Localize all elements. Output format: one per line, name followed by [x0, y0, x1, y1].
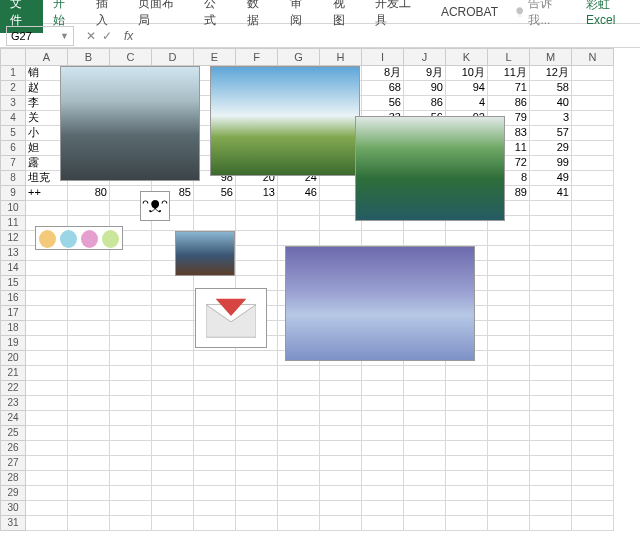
cell[interactable]: [488, 381, 530, 396]
col-header-B[interactable]: B: [68, 48, 110, 66]
cell[interactable]: [404, 411, 446, 426]
cell[interactable]: [236, 471, 278, 486]
cell[interactable]: 56: [362, 96, 404, 111]
cell[interactable]: [194, 471, 236, 486]
cell[interactable]: [68, 366, 110, 381]
row-header[interactable]: 28: [0, 471, 26, 486]
row-header[interactable]: 4: [0, 111, 26, 126]
col-header-I[interactable]: I: [362, 48, 404, 66]
col-header-H[interactable]: H: [320, 48, 362, 66]
cell[interactable]: [530, 336, 572, 351]
cell[interactable]: [110, 321, 152, 336]
tab-review[interactable]: 审阅: [280, 0, 323, 33]
cell[interactable]: 41: [530, 186, 572, 201]
cell[interactable]: [572, 516, 614, 531]
cell[interactable]: [194, 396, 236, 411]
cell[interactable]: [236, 441, 278, 456]
cell[interactable]: [362, 456, 404, 471]
image-pier[interactable]: [175, 231, 235, 276]
row-header[interactable]: 30: [0, 501, 26, 516]
col-header-M[interactable]: M: [530, 48, 572, 66]
row-header[interactable]: 6: [0, 141, 26, 156]
cell[interactable]: [530, 216, 572, 231]
cell[interactable]: 9月: [404, 66, 446, 81]
cell[interactable]: [446, 486, 488, 501]
cell[interactable]: [26, 501, 68, 516]
cell[interactable]: [572, 171, 614, 186]
cell[interactable]: [320, 486, 362, 501]
cell[interactable]: [152, 276, 194, 291]
cell[interactable]: [110, 366, 152, 381]
cell[interactable]: 94: [446, 81, 488, 96]
cell[interactable]: [110, 501, 152, 516]
cell[interactable]: [110, 336, 152, 351]
cell[interactable]: [110, 471, 152, 486]
cell[interactable]: [530, 276, 572, 291]
cell[interactable]: [572, 471, 614, 486]
row-header[interactable]: 16: [0, 291, 26, 306]
cell[interactable]: [404, 231, 446, 246]
cell[interactable]: [572, 306, 614, 321]
col-header-J[interactable]: J: [404, 48, 446, 66]
row-header[interactable]: 23: [0, 396, 26, 411]
row-header[interactable]: 13: [0, 246, 26, 261]
cell[interactable]: [572, 111, 614, 126]
cell[interactable]: [26, 366, 68, 381]
row-header[interactable]: 8: [0, 171, 26, 186]
cell[interactable]: [110, 426, 152, 441]
cell[interactable]: [530, 321, 572, 336]
cell[interactable]: [488, 351, 530, 366]
image-sky[interactable]: [210, 66, 360, 176]
col-header-G[interactable]: G: [278, 48, 320, 66]
row-header[interactable]: 12: [0, 231, 26, 246]
cell[interactable]: [236, 261, 278, 276]
cell[interactable]: [236, 396, 278, 411]
cell[interactable]: [572, 66, 614, 81]
cell[interactable]: [152, 381, 194, 396]
cell[interactable]: [152, 426, 194, 441]
cell[interactable]: [68, 351, 110, 366]
cell[interactable]: [362, 441, 404, 456]
row-header[interactable]: 1: [0, 66, 26, 81]
cell[interactable]: [572, 396, 614, 411]
cell[interactable]: [572, 381, 614, 396]
cell[interactable]: [572, 141, 614, 156]
cell[interactable]: [362, 516, 404, 531]
cell[interactable]: [572, 456, 614, 471]
cell[interactable]: [572, 486, 614, 501]
row-header[interactable]: 18: [0, 321, 26, 336]
cell[interactable]: [68, 411, 110, 426]
cell[interactable]: [278, 366, 320, 381]
cell[interactable]: [194, 201, 236, 216]
cell[interactable]: [278, 441, 320, 456]
cell[interactable]: [236, 411, 278, 426]
cell[interactable]: [488, 276, 530, 291]
cell[interactable]: 4: [446, 96, 488, 111]
cell[interactable]: [572, 216, 614, 231]
row-header[interactable]: 15: [0, 276, 26, 291]
cell[interactable]: [572, 96, 614, 111]
cell[interactable]: [446, 516, 488, 531]
cell[interactable]: [110, 486, 152, 501]
row-header[interactable]: 14: [0, 261, 26, 276]
cell[interactable]: [572, 186, 614, 201]
cell[interactable]: [26, 336, 68, 351]
image-forest[interactable]: [355, 116, 505, 221]
col-header-C[interactable]: C: [110, 48, 152, 66]
cell[interactable]: [320, 426, 362, 441]
cell[interactable]: [572, 81, 614, 96]
cell[interactable]: [110, 396, 152, 411]
col-header-A[interactable]: A: [26, 48, 68, 66]
cell[interactable]: [110, 456, 152, 471]
cell[interactable]: [194, 501, 236, 516]
cell[interactable]: [320, 396, 362, 411]
cell[interactable]: [26, 396, 68, 411]
cell[interactable]: [278, 516, 320, 531]
cell[interactable]: [572, 261, 614, 276]
cell[interactable]: [488, 441, 530, 456]
cell[interactable]: [530, 501, 572, 516]
cell[interactable]: 99: [530, 156, 572, 171]
cell[interactable]: [278, 501, 320, 516]
cell[interactable]: 11月: [488, 66, 530, 81]
cell[interactable]: [404, 486, 446, 501]
